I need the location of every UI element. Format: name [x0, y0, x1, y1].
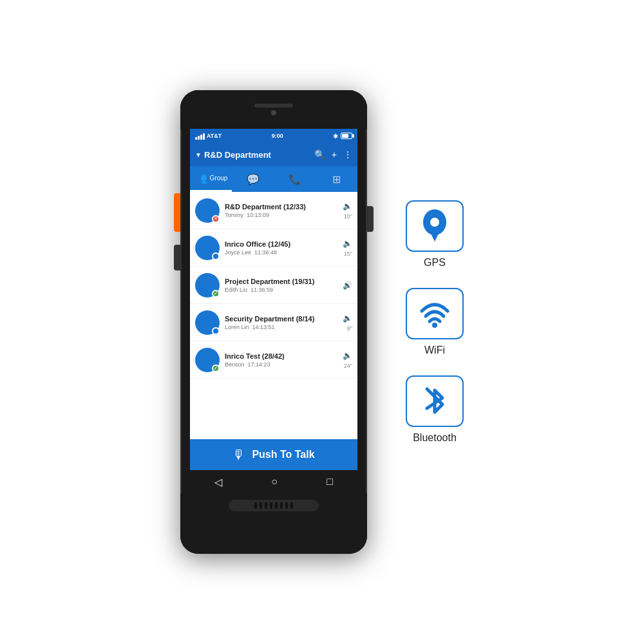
speaker-icon-0: 🔈 — [343, 202, 352, 211]
title-bar: ▼ R&D Department 🔍 + ⋮ — [190, 143, 357, 166]
speaker-icon-3: 🔈 — [343, 314, 352, 323]
device-top — [180, 90, 367, 129]
contact-list: 👤 ✕ R&D Department (12/33) Tommy 10:13:0… — [190, 192, 357, 470]
ptt-side-button[interactable] — [174, 193, 180, 232]
contact-sub-0: Tommy 10:13:09 — [225, 212, 337, 218]
contact-sub-1: Joyce Lee 11:36:48 — [225, 249, 337, 256]
signal-bar-3 — [200, 135, 202, 140]
earpiece-speaker — [254, 104, 293, 108]
scene: AT&T 9:00 ✱ ▼ R&D Department 🔍 — [0, 0, 644, 644]
grille-hole — [260, 502, 262, 509]
recents-button[interactable]: □ — [327, 476, 333, 488]
contact-info-0: R&D Department (12/33) Tommy 10:13:09 — [220, 203, 343, 218]
search-icon[interactable]: 🔍 — [314, 149, 325, 160]
carrier-text: AT&T — [207, 133, 222, 139]
tab-grid[interactable]: ⊞ — [316, 166, 357, 192]
avatar-icon-1: 👤 — [200, 241, 214, 255]
contact-avatar-4: 👤 ✓ — [195, 348, 220, 372]
features-panel: GPS WiFi Bluetooth — [406, 200, 464, 444]
feature-bluetooth: Bluetooth — [406, 375, 464, 444]
back-button[interactable]: ◁ — [214, 476, 222, 488]
home-button[interactable]: ○ — [271, 476, 278, 488]
contact-info-2: Project Department (19/31) Edith Liu 11:… — [220, 278, 343, 293]
tab-message[interactable]: 💬 — [232, 166, 274, 192]
screen: AT&T 9:00 ✱ ▼ R&D Department 🔍 — [190, 129, 357, 470]
feature-wifi: WiFi — [406, 288, 464, 356]
status-dot-1 — [212, 252, 220, 260]
contact-info-1: Inrico Office (12/45) Joyce Lee 11:36:48 — [220, 240, 343, 256]
contact-item-2[interactable]: 👤 ✓ Project Department (19/31) Edith Liu… — [190, 267, 357, 304]
contact-meta-0: 🔈 10" — [343, 202, 352, 220]
grille-hole — [280, 502, 283, 509]
gps-label: GPS — [424, 257, 446, 269]
status-dot-0: ✕ — [212, 215, 220, 223]
duration-4: 24" — [344, 363, 352, 369]
status-dot-4: ✓ — [212, 365, 220, 372]
grille-hole — [265, 502, 267, 509]
signal-bar-2 — [198, 136, 200, 140]
avatar-icon-3: 👤 — [200, 316, 214, 330]
svg-point-3 — [432, 323, 437, 328]
contact-name-0: R&D Department (12/33) — [225, 203, 337, 211]
front-camera — [271, 110, 276, 115]
wifi-box — [406, 288, 464, 339]
wifi-svg-icon — [419, 299, 451, 328]
device-bottom — [180, 493, 367, 554]
contact-meta-4: 🔈 24" — [343, 351, 352, 369]
bluetooth-label: Bluetooth — [413, 432, 457, 444]
tab-grid-icon: ⊞ — [332, 173, 341, 185]
battery-indicator — [341, 133, 352, 139]
contact-avatar-1: 👤 — [195, 236, 220, 260]
contact-name-3: Security Department (8/14) — [225, 315, 337, 323]
power-button[interactable] — [367, 206, 374, 232]
signal-strength — [195, 132, 205, 140]
status-dot-3 — [212, 327, 220, 335]
contact-name-1: Inrico Office (12/45) — [225, 240, 337, 248]
duration-0: 10" — [344, 213, 352, 220]
contact-name-2: Project Department (19/31) — [225, 278, 337, 285]
tab-group[interactable]: 👥 Group — [190, 166, 232, 192]
gps-svg-icon — [421, 209, 449, 243]
contact-meta-1: 🔈 15" — [343, 239, 352, 257]
add-icon[interactable]: + — [332, 149, 337, 160]
contact-avatar-3: 👤 — [195, 310, 220, 335]
tab-call-icon: 📞 — [289, 173, 301, 185]
bluetooth-box — [406, 375, 464, 427]
contact-meta-2: 🔊 — [343, 281, 352, 290]
duration-1: 15" — [344, 251, 352, 257]
contact-sub-4: Benson 17:14:23 — [225, 361, 337, 368]
duration-3: 9" — [347, 325, 352, 332]
push-to-talk-button[interactable]: 🎙 Push To Talk — [190, 439, 357, 470]
speaker-icon-2: 🔊 — [343, 281, 352, 290]
battery-fill — [342, 134, 348, 138]
more-icon[interactable]: ⋮ — [343, 149, 352, 160]
title-actions: 🔍 + ⋮ — [314, 149, 352, 160]
bottom-speaker — [229, 500, 319, 511]
avatar-icon-0: 👤 — [200, 204, 214, 218]
contact-info-3: Security Department (8/14) Loren Lin 14:… — [220, 315, 343, 330]
signal-bar-1 — [195, 137, 197, 140]
gps-box — [406, 200, 464, 252]
tab-call[interactable]: 📞 — [274, 166, 316, 192]
tab-message-icon: 💬 — [247, 173, 260, 185]
grille-hole — [270, 502, 272, 509]
app-title: R&D Department — [204, 150, 271, 160]
speaker-icon-1: 🔈 — [343, 239, 352, 248]
contact-item-1[interactable]: 👤 Inrico Office (12/45) Joyce Lee 11:36:… — [190, 229, 357, 267]
status-time: 9:00 — [272, 133, 283, 139]
grille-hole — [285, 502, 288, 509]
volume-button[interactable] — [174, 245, 180, 270]
ptt-label: Push To Talk — [252, 449, 314, 460]
contact-sub-3: Loren Lin 14:13:51 — [225, 324, 337, 330]
speaker-icon-4: 🔈 — [343, 351, 352, 360]
contact-item-4[interactable]: 👤 ✓ Inrico Test (28/42) Benson 17:14:23 … — [190, 341, 357, 379]
grille-hole — [254, 502, 257, 509]
contact-item-3[interactable]: 👤 Security Department (8/14) Loren Lin 1… — [190, 304, 357, 341]
microphone-icon: 🎙 — [232, 448, 245, 462]
status-bar: AT&T 9:00 ✱ — [190, 129, 357, 143]
grille-hole — [290, 502, 293, 509]
contact-item-0[interactable]: 👤 ✕ R&D Department (12/33) Tommy 10:13:0… — [190, 192, 357, 229]
device: AT&T 9:00 ✱ ▼ R&D Department 🔍 — [180, 90, 367, 554]
status-left: AT&T — [195, 132, 222, 140]
svg-marker-1 — [429, 230, 440, 242]
